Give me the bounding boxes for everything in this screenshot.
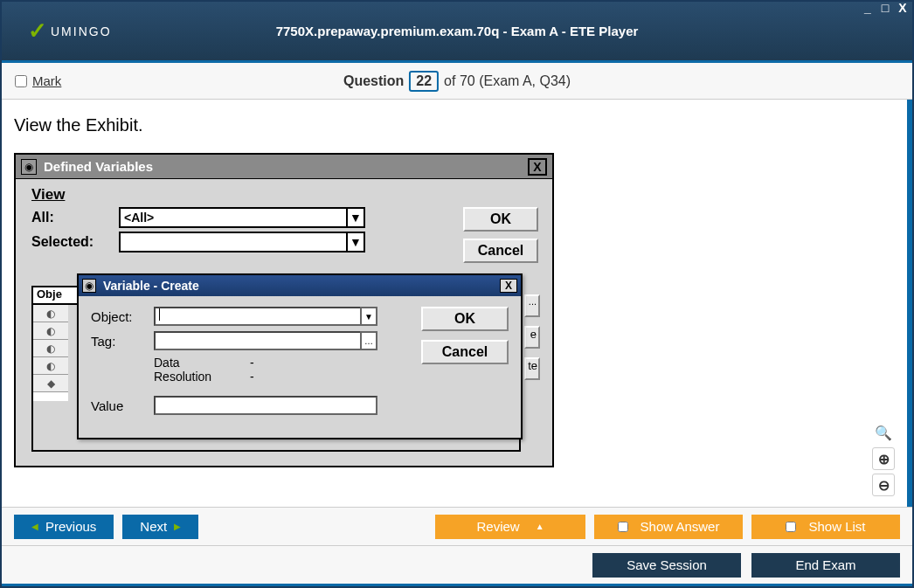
end-exam-button[interactable]: End Exam	[751, 553, 900, 578]
minimize-icon[interactable]: _	[860, 1, 876, 15]
exhibit-ok-button[interactable]: OK	[463, 207, 538, 232]
question-prompt: View the Exhibit.	[14, 115, 895, 135]
show-list-button[interactable]: Show List	[751, 515, 900, 539]
nav-bar: Previous Next Review▲ Show Answer Show L…	[2, 507, 912, 545]
dialog-close-button[interactable]: X	[500, 279, 517, 293]
list-item[interactable]: ◐	[33, 322, 68, 340]
all-combobox[interactable]: <All> ▼	[119, 207, 365, 228]
zoom-tools: 🔍 ⊕ ⊖	[872, 421, 895, 496]
dialog-title: Variable - Create	[103, 279, 199, 293]
next-button[interactable]: Next	[122, 515, 198, 539]
titlebar: ✓ UMINGO 7750X.prepaway.premium.exam.70q…	[2, 2, 912, 63]
mark-checkbox-wrap[interactable]: Mark	[15, 73, 61, 88]
mark-checkbox[interactable]	[15, 75, 27, 87]
chevron-down-icon[interactable]: ▼	[346, 209, 364, 226]
exhibit-buttons: OK Cancel	[463, 207, 538, 263]
show-list-checkbox[interactable]	[786, 522, 796, 532]
brand-name: UMINGO	[51, 24, 112, 38]
content-area: View the Exhibit. ◉ Defined Variables X …	[2, 100, 912, 507]
dialog-titlebar: ◉ Variable - Create X	[79, 275, 521, 296]
selected-combobox[interactable]: ▼	[119, 232, 365, 252]
chevron-down-icon[interactable]: ▼	[346, 233, 364, 251]
data-label: Data	[154, 356, 232, 370]
selected-label: Selected:	[31, 234, 119, 250]
object-label: Object:	[91, 309, 154, 324]
maximize-icon[interactable]: □	[877, 1, 893, 15]
magnifier-icon[interactable]: 🔍	[872, 421, 895, 444]
value-label: Value	[91, 398, 154, 413]
object-input[interactable]: ▼	[154, 307, 377, 326]
show-answer-checkbox[interactable]	[618, 522, 628, 532]
dialog-ok-button[interactable]: OK	[421, 307, 509, 331]
browse-icon[interactable]: …	[360, 331, 377, 350]
view-heading: View	[31, 186, 365, 204]
resolution-value: -	[250, 370, 254, 384]
app-title: 7750X.prepaway.premium.exam.70q - Exam A…	[276, 24, 639, 38]
bottom-bar: Save Session End Exam	[2, 545, 912, 584]
tag-input[interactable]: …	[154, 331, 377, 350]
zoom-in-button[interactable]: ⊕	[872, 447, 895, 470]
value-input[interactable]	[154, 396, 377, 415]
dialog-body: Object: ▼ Tag: …	[79, 296, 521, 438]
dialog-app-icon: ◉	[82, 279, 96, 293]
exhibit-close-button[interactable]: X	[528, 158, 547, 176]
mark-label[interactable]: Mark	[32, 73, 61, 88]
dialog-cancel-button[interactable]: Cancel	[421, 340, 509, 364]
show-answer-button[interactable]: Show Answer	[594, 515, 743, 539]
exhibit-app-icon: ◉	[21, 159, 37, 175]
list-item[interactable]: ◐	[33, 305, 68, 322]
app-window: _ □ X ✓ UMINGO 7750X.prepaway.premium.ex…	[0, 0, 914, 588]
question-number: 22	[409, 71, 439, 92]
all-label: All:	[31, 210, 119, 225]
view-panel: View All: <All> ▼ Selected: ▼	[31, 186, 365, 252]
question-suffix: of 70 (Exam A, Q34)	[444, 73, 571, 89]
partial-button[interactable]: e	[524, 326, 540, 349]
value-row: Value	[91, 396, 509, 415]
list-item[interactable]: ◆	[33, 375, 68, 392]
partial-button[interactable]: ...	[524, 294, 540, 317]
check-icon: ✓	[28, 17, 47, 45]
dialog-buttons: OK Cancel	[421, 307, 509, 364]
close-icon[interactable]: X	[895, 1, 911, 15]
exhibit-title: Defined Variables	[44, 159, 153, 174]
objects-list: ◐ ◐ ◐ ◐ ◆	[33, 305, 68, 401]
data-value: -	[250, 356, 254, 370]
question-bar: Mark Question 22 of 70 (Exam A, Q34)	[2, 63, 912, 100]
variable-create-dialog: ◉ Variable - Create X Object: ▼ Tag	[77, 273, 523, 439]
list-item[interactable]: ◐	[33, 340, 68, 357]
selected-row: Selected: ▼	[31, 232, 365, 252]
window-controls: _ □ X	[860, 1, 911, 15]
bottom-edge	[2, 584, 912, 586]
list-item[interactable]: ◐	[33, 357, 68, 375]
tag-label: Tag:	[91, 334, 154, 349]
question-word: Question	[343, 73, 404, 89]
exhibit-cancel-button[interactable]: Cancel	[463, 239, 538, 263]
all-value: <All>	[124, 211, 154, 225]
side-partial-buttons: ... e te	[524, 294, 540, 380]
chevron-down-icon[interactable]: ▼	[360, 307, 377, 326]
partial-button[interactable]: te	[524, 357, 540, 380]
exhibit-titlebar: ◉ Defined Variables X	[16, 155, 552, 179]
brand-logo: ✓ UMINGO	[28, 17, 112, 45]
question-info: Question 22 of 70 (Exam A, Q34)	[343, 71, 571, 92]
save-session-button[interactable]: Save Session	[592, 553, 741, 578]
resolution-label: Resolution	[154, 370, 232, 384]
exhibit-window: ◉ Defined Variables X View All: <All> ▼ …	[14, 153, 554, 467]
all-row: All: <All> ▼	[31, 207, 365, 228]
review-button[interactable]: Review▲	[435, 515, 585, 539]
zoom-out-button[interactable]: ⊖	[872, 474, 895, 496]
previous-button[interactable]: Previous	[14, 515, 114, 539]
resolution-row: Resolution -	[154, 370, 509, 384]
